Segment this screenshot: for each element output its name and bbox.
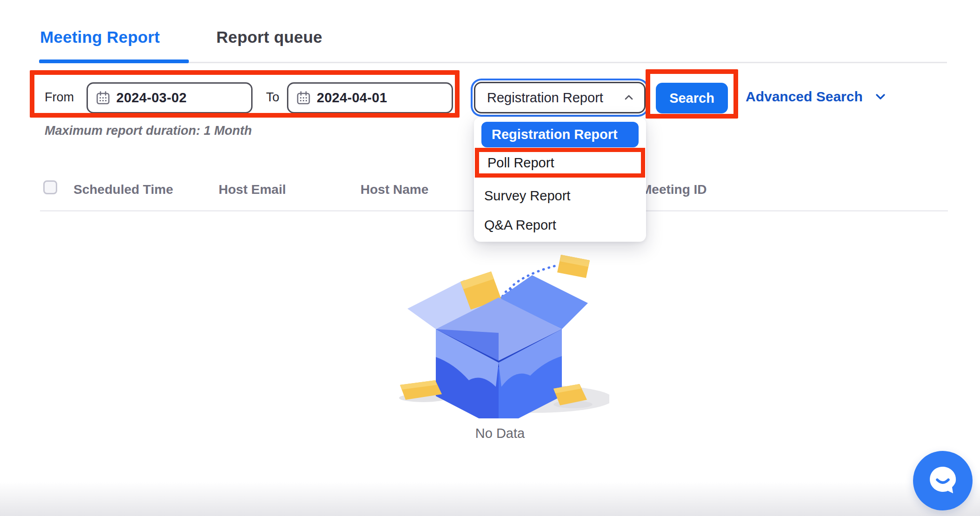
select-all-checkbox[interactable] [43, 180, 57, 194]
chat-support-button[interactable] [913, 451, 973, 510]
max-duration-hint: Maximum report duration: 1 Month [45, 124, 252, 138]
column-header-meeting-id[interactable]: Meeting ID [641, 182, 707, 197]
no-data-label: No Data [407, 426, 593, 441]
chevron-down-icon [874, 90, 887, 103]
column-header-host-name[interactable]: Host Name [360, 182, 428, 197]
active-tab-underline [39, 60, 189, 63]
column-header-host-email[interactable]: Host Email [219, 182, 286, 197]
calendar-icon [296, 91, 311, 105]
to-date-value: 2024-04-01 [317, 90, 387, 106]
report-type-select[interactable]: Registration Report [474, 82, 646, 113]
meeting-report-page: Meeting Report Report queue From 2024-03… [0, 0, 980, 516]
advanced-search-toggle[interactable]: Advanced Search [746, 89, 887, 105]
chevron-up-icon [623, 92, 635, 104]
option-qa-report[interactable]: Q&A Report [484, 218, 556, 233]
from-label: From [45, 90, 74, 105]
from-date-input[interactable]: 2024-03-02 [87, 82, 253, 113]
tab-meeting-report[interactable]: Meeting Report [40, 28, 160, 46]
calendar-icon [96, 91, 110, 105]
annotation-box-poll-report: Poll Report [475, 148, 645, 178]
report-type-selected-value: Registration Report [487, 90, 603, 106]
to-date-input[interactable]: 2024-04-01 [287, 82, 453, 113]
tab-report-queue[interactable]: Report queue [216, 28, 322, 46]
to-label: To [266, 90, 280, 105]
advanced-search-label: Advanced Search [746, 89, 863, 105]
option-survey-report[interactable]: Survey Report [484, 188, 570, 204]
option-poll-report[interactable]: Poll Report [479, 155, 554, 171]
search-button[interactable]: Search [656, 83, 728, 113]
column-header-scheduled-time[interactable]: Scheduled Time [73, 182, 173, 197]
empty-box-illustration [391, 251, 609, 420]
page-bottom-fade [0, 482, 980, 516]
option-registration-report[interactable]: Registration Report [481, 122, 639, 147]
from-date-value: 2024-03-02 [116, 90, 187, 106]
chat-bubble-icon [926, 463, 960, 498]
